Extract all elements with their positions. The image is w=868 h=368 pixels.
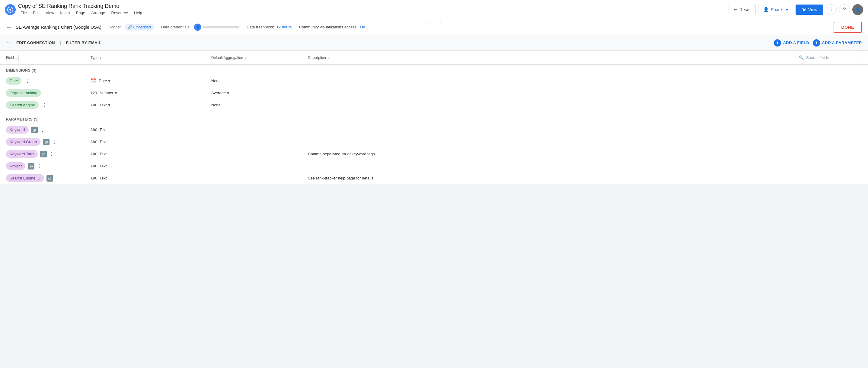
text-type-icon: ABC [91, 128, 97, 132]
type-dropdown[interactable]: Number ▾ [100, 90, 117, 96]
row-actions: @ ⋮ [28, 162, 43, 170]
menu-view[interactable]: View [43, 9, 56, 16]
col-resize-handle[interactable] [18, 55, 19, 61]
chevron-down-icon: ▾ [227, 90, 229, 96]
field-cell: Search Engine ID @ ⋮ [6, 174, 91, 182]
aggregation-cell: None [211, 79, 308, 83]
table-row: Search engine ⋮ ABC Text ▾ None [0, 99, 868, 111]
number-type-icon: 123 [91, 91, 97, 95]
at-icon: @ [46, 175, 53, 181]
freshness-link[interactable]: 12 hours [276, 25, 292, 29]
app-logo [5, 4, 16, 15]
data-cred-label: Data credentials: [161, 25, 191, 29]
sub-header-bar: · · · · ← SE Average Rankings Chart (Goo… [0, 19, 868, 35]
table-header: Field ↓ Type ↓ Default Aggregation ↓ Des… [0, 51, 868, 65]
row-menu-icon[interactable]: ⋮ [39, 126, 46, 134]
type-dropdown[interactable]: Date ▾ [99, 78, 111, 84]
chart-title: SE Average Rankings Chart (Google USA) [16, 25, 101, 30]
menu-edit[interactable]: Edit [30, 9, 42, 16]
menu-resource[interactable]: Resource [108, 9, 130, 16]
table-row: Project @ ⋮ ABC Text [0, 160, 868, 172]
dots-indicator: · · · · [426, 19, 442, 25]
view-button[interactable]: 👁 View [796, 4, 823, 15]
row-actions: ⋮ [43, 89, 51, 97]
field-chip-keyword-tags: Keyword Tags [6, 150, 38, 158]
row-actions: ⋮ [41, 101, 48, 109]
share-dropdown-icon: ▾ [786, 7, 788, 12]
menu-file[interactable]: File [18, 9, 29, 16]
add-field-icon: + [774, 39, 781, 47]
row-actions: @ ⋮ [40, 150, 55, 158]
row-menu-icon[interactable]: ⋮ [36, 162, 43, 170]
type-dropdown[interactable]: Text ▾ [100, 102, 111, 108]
user-avatar[interactable]: 👤 [852, 4, 863, 15]
row-actions: @ ⋮ [31, 126, 46, 134]
chevron-down-icon: ▾ [115, 90, 117, 96]
agg-dropdown[interactable]: Average ▾ [211, 90, 229, 96]
field-chip-date: Date [6, 77, 22, 85]
link-icon: 🔗 [128, 25, 132, 29]
svg-point-1 [9, 9, 11, 10]
at-icon: @ [31, 126, 38, 133]
field-chip-keyword: Keyword [6, 126, 29, 134]
type-cell: ABC Text ▾ [91, 102, 211, 108]
add-field-button[interactable]: + ADD A FIELD [774, 39, 809, 47]
field-chip-search-engine-id: Search Engine ID [6, 174, 44, 182]
community-link[interactable]: On [360, 25, 365, 29]
search-fields-wrapper[interactable]: 🔍 Search fields [796, 54, 862, 61]
back-button[interactable]: ← [6, 24, 12, 30]
filter-by-email-label: FILTER BY EMAIL [66, 40, 101, 45]
field-chip-search-engine: Search engine [6, 101, 39, 109]
sort-icon[interactable]: ↓ [15, 56, 17, 60]
sort-icon[interactable]: ↓ [327, 56, 329, 60]
text-type-icon: ABC [91, 176, 97, 180]
row-menu-icon[interactable]: ⋮ [43, 89, 51, 97]
row-menu-icon[interactable]: ⋮ [41, 101, 48, 109]
chevron-down-icon: ▾ [108, 78, 111, 84]
done-button[interactable]: DONE [834, 22, 862, 33]
type-cell: 📅 Date ▾ [91, 78, 211, 84]
reset-icon: ↩ [734, 7, 738, 12]
description-cell-search-engine-id: See rank-tracker help page for details [308, 176, 796, 180]
table-row: Keyword Group @ ⋮ ABC Text [0, 136, 868, 148]
dimensions-section-header: DIMENSIONS (3) [0, 65, 868, 75]
table-row: Keyword @ ⋮ ABC Text [0, 124, 868, 136]
at-icon: @ [28, 163, 34, 170]
eye-icon: 👁 [802, 7, 806, 12]
more-options-button[interactable]: ⋮ [826, 4, 837, 15]
community-access: Community visualizations access: On [299, 25, 365, 29]
reset-button[interactable]: ↩ Reset [728, 4, 756, 15]
data-credentials: 👤 [194, 24, 239, 31]
col-aggregation-header: Default Aggregation ↓ [211, 56, 308, 60]
field-cell: Search engine ⋮ [6, 101, 91, 109]
field-cell: Date ⋮ [6, 77, 91, 85]
field-cell: Organic ranking ⋮ [6, 89, 91, 97]
row-menu-icon[interactable]: ⋮ [48, 150, 55, 158]
row-menu-icon[interactable]: ⋮ [24, 77, 31, 85]
sort-icon[interactable]: ↓ [100, 56, 101, 60]
sort-icon[interactable]: ↓ [244, 56, 246, 60]
row-menu-icon[interactable]: ⋮ [51, 138, 58, 146]
field-chip-keyword-group: Keyword Group [6, 138, 40, 146]
share-divider [784, 7, 784, 13]
text-type-icon: ABC [91, 164, 97, 168]
col-field-header: Field ↓ [6, 55, 91, 61]
menu-page[interactable]: Page [74, 9, 88, 16]
field-chip-project: Project [6, 162, 25, 170]
table-row: Organic ranking ⋮ 123 Number ▾ Average ▾ [0, 87, 868, 99]
edit-bar-actions: + ADD A FIELD + ADD A PARAMETER [774, 39, 862, 47]
menu-help[interactable]: Help [132, 9, 145, 16]
edit-back-button[interactable]: ← [6, 39, 11, 46]
field-cell: Keyword Group @ ⋮ [6, 138, 91, 146]
help-button[interactable]: ? [839, 4, 850, 15]
type-cell: 123 Number ▾ [91, 90, 211, 96]
cred-bar [203, 26, 239, 28]
app-bar: Copy of SE Ranking Rank Tracking Demo Fi… [0, 0, 868, 19]
share-button[interactable]: 👤 Share ▾ [758, 4, 793, 16]
row-menu-icon[interactable]: ⋮ [54, 174, 62, 182]
menu-arrange[interactable]: Arrange [89, 9, 107, 16]
menu-insert[interactable]: Insert [58, 9, 72, 16]
search-icon: 🔍 [799, 55, 804, 60]
text-type-icon: ABC [91, 140, 97, 144]
add-parameter-button[interactable]: + ADD A PARAMETER [813, 39, 862, 47]
